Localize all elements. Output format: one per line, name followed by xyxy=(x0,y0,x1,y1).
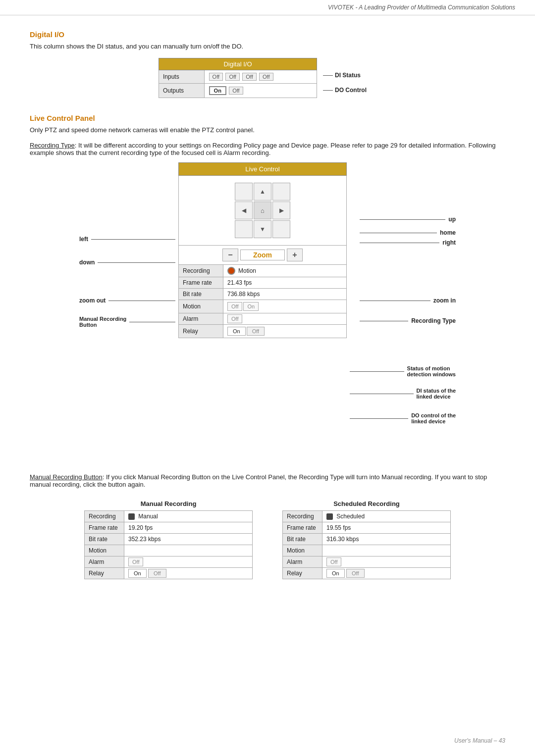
sr-relay-cell: On Off xyxy=(322,568,451,579)
sr-alarm-label: Alarm xyxy=(283,556,322,568)
manual-recording-table: Recording Manual Frame rate 19.20 fps Bi… xyxy=(84,510,253,579)
mr-relay-on-btn[interactable]: On xyxy=(128,569,147,578)
outputs-label: Outputs xyxy=(159,84,205,98)
do-btn-on[interactable]: On xyxy=(209,86,226,95)
manual-recording-btn-label: Manual RecordingButton xyxy=(79,316,126,328)
page-content: Digital I/O This column shows the DI sta… xyxy=(0,15,535,609)
manual-recording-btn-annotation: Manual RecordingButton xyxy=(79,316,178,328)
digital-io-table-title: Digital I/O xyxy=(159,58,317,70)
mr-alarm-btn[interactable]: Off xyxy=(128,557,143,566)
di-btn-off-4[interactable]: Off xyxy=(259,73,273,81)
di-linked-label: DI status of thelinked device xyxy=(417,388,456,400)
sr-motion-label: Motion xyxy=(283,545,322,556)
sr-bit-rate-label: Bit rate xyxy=(283,534,322,545)
mr-frame-rate-value: 19.20 fps xyxy=(124,522,253,534)
sr-relay-off-btn[interactable]: Off xyxy=(346,569,364,578)
down-annotation: down xyxy=(79,259,178,266)
zoom-out-label: zoom out xyxy=(79,297,106,304)
motion-detection-label: Status of motiondetection windows xyxy=(407,365,456,377)
up-annotation: up xyxy=(357,216,456,223)
manual-rec-btn-desc: Manual Recording Button: If you click Ma… xyxy=(30,473,505,488)
down-label: down xyxy=(79,259,95,266)
di-btn-off-2[interactable]: Off xyxy=(225,73,239,81)
di-linked-annotation: DI status of thelinked device xyxy=(347,388,456,400)
sr-recording-label: Recording xyxy=(283,511,322,522)
sr-motion-value xyxy=(322,545,451,556)
page-footer: User's Manual – 43 xyxy=(454,737,505,744)
right-annotation: right xyxy=(357,239,456,246)
scheduled-recording-title: Scheduled Recording xyxy=(282,500,451,507)
sr-recording-type: Scheduled xyxy=(336,513,365,520)
live-control-desc2: Recording Type: It will be different acc… xyxy=(30,142,505,156)
digital-io-desc: This column shows the DI status, and you… xyxy=(30,43,505,50)
di-btn-off-1[interactable]: Off xyxy=(209,73,223,81)
mr-bit-rate-label: Bit rate xyxy=(85,534,124,545)
zoom-in-annotation: zoom in xyxy=(357,297,456,304)
up-label: up xyxy=(448,216,456,223)
mr-relay-label: Relay xyxy=(85,568,124,579)
scheduled-recording-table: Recording Scheduled Frame rate 19.55 fps… xyxy=(282,510,451,579)
right-label: right xyxy=(442,239,456,246)
do-btn-off[interactable]: Off xyxy=(229,87,243,95)
manual-recording-title: Manual Recording xyxy=(84,500,253,507)
sr-frame-rate-label: Frame rate xyxy=(283,522,322,534)
home-label: home xyxy=(440,229,456,236)
manual-rec-btn-underline: Manual Recording Button xyxy=(30,473,103,481)
mr-rec-icon xyxy=(128,513,135,520)
zoom-out-annotation: zoom out xyxy=(79,297,178,304)
mr-recording-value: Manual xyxy=(124,511,253,522)
mr-relay-cell: On Off xyxy=(124,568,253,579)
page-header: VIVOTEK - A Leading Provider of Multimed… xyxy=(0,0,535,15)
recording-tables-row: Manual Recording Recording Manual Frame … xyxy=(30,500,505,579)
sr-recording-value: Scheduled xyxy=(322,511,451,522)
live-control-desc1: Only PTZ and speed dome network cameras … xyxy=(30,126,505,134)
sr-alarm-btn[interactable]: Off xyxy=(326,557,341,566)
sr-relay-label: Relay xyxy=(283,568,322,579)
recording-type-annotation: Recording Type xyxy=(357,317,456,324)
sr-frame-rate-value: 19.55 fps xyxy=(322,522,451,534)
mr-recording-type: Manual xyxy=(138,513,158,520)
mr-motion-value xyxy=(124,545,253,556)
mr-motion-label: Motion xyxy=(85,545,124,556)
di-status-annotation: DI Status xyxy=(323,72,367,79)
motion-detection-annotation: Status of motiondetection windows xyxy=(347,365,456,377)
inputs-buttons-cell: Off Off Off Off xyxy=(204,70,317,84)
inputs-label: Inputs xyxy=(159,70,205,84)
mr-relay-off-btn[interactable]: Off xyxy=(148,569,166,578)
digital-io-table: Digital I/O Inputs Off Off Off Off xyxy=(159,58,317,98)
mr-frame-rate-label: Frame rate xyxy=(85,522,124,534)
scheduled-recording-wrap: Scheduled Recording Recording Scheduled … xyxy=(282,500,451,579)
do-control-annotation: DO Control xyxy=(323,87,367,94)
recording-type-underline: Recording Type xyxy=(30,142,75,149)
mr-alarm-cell: Off xyxy=(124,556,253,568)
sr-bit-rate-value: 316.30 kbps xyxy=(322,534,451,545)
live-control-title: Live Control Panel xyxy=(30,114,505,122)
sr-rec-icon xyxy=(326,513,333,520)
header-text: VIVOTEK - A Leading Provider of Multimed… xyxy=(328,4,515,11)
mr-alarm-label: Alarm xyxy=(85,556,124,568)
mr-recording-label: Recording xyxy=(85,511,124,522)
manual-recording-wrap: Manual Recording Recording Manual Frame … xyxy=(84,500,253,579)
left-label: left xyxy=(79,236,88,243)
outputs-buttons-cell: On Off xyxy=(204,84,317,98)
recording-type-label: Recording Type xyxy=(411,317,456,324)
sr-relay-on-btn[interactable]: On xyxy=(326,569,345,578)
left-annotation: left xyxy=(79,236,178,243)
home-annotation: home xyxy=(357,229,456,236)
mr-bit-rate-value: 352.23 kbps xyxy=(124,534,253,545)
digital-io-title: Digital I/O xyxy=(30,30,505,39)
di-btn-off-3[interactable]: Off xyxy=(242,73,256,81)
do-linked-annotation: DO control of thelinked device xyxy=(347,412,456,424)
zoom-in-label: zoom in xyxy=(433,297,456,304)
recording-type-desc-rest: : It will be different according to your… xyxy=(30,142,495,156)
do-linked-label: DO control of thelinked device xyxy=(411,412,456,424)
sr-alarm-cell: Off xyxy=(322,556,451,568)
